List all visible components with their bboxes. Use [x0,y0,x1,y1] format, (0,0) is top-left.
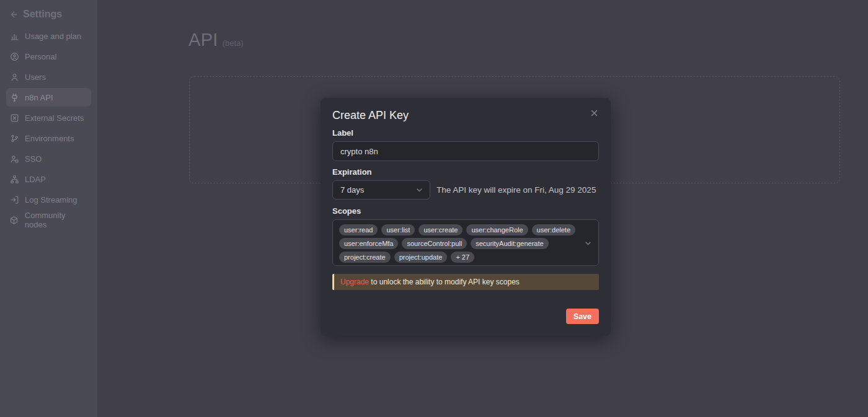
expiration-select[interactable]: 7 days [332,180,430,200]
scope-tag[interactable]: user:create [418,224,463,235]
create-api-key-modal: Create API Key Label Expiration 7 days T… [321,98,611,336]
modal-header: Create API Key [332,109,599,123]
upgrade-link[interactable]: Upgrade [340,278,369,286]
scope-tag[interactable]: project:update [394,252,448,263]
scope-tag[interactable]: user:list [381,224,415,235]
save-button[interactable]: Save [566,309,599,324]
scopes-tags: user:readuser:listuser:createuser:change… [339,224,577,263]
upgrade-notice-text: to unlock the ability to modify API key … [369,278,520,286]
close-button[interactable] [588,107,600,119]
upgrade-notice: Upgrade to unlock the ability to modify … [332,274,599,290]
scope-tag[interactable]: user:enforceMfa [339,238,398,249]
expiration-field-label: Expiration [332,167,599,177]
expiration-helper-text: The API key will expire on Fri, Aug 29 2… [436,185,596,195]
expiration-selected-value: 7 days [340,185,364,195]
scope-tag[interactable]: user:delete [532,224,575,235]
scope-tag[interactable]: sourceControl:pull [402,238,467,249]
scope-more-count[interactable]: + 27 [451,252,474,263]
scope-tag[interactable]: securityAudit:generate [471,238,548,249]
scopes-multiselect[interactable]: user:readuser:listuser:createuser:change… [332,219,599,266]
chevron-down-icon [415,186,423,194]
scope-tag[interactable]: project:create [339,252,391,263]
label-field-label: Label [332,128,599,138]
close-icon [590,108,599,118]
label-input[interactable] [332,141,599,161]
scope-tag[interactable]: user:read [339,224,378,235]
chevron-down-icon [584,239,592,247]
modal-title: Create API Key [332,109,409,122]
expiration-row: 7 days The API key will expire on Fri, A… [332,180,599,200]
scopes-field-label: Scopes [332,206,599,216]
scope-tag[interactable]: user:changeRole [466,224,528,235]
modal-footer: Save [332,309,599,324]
